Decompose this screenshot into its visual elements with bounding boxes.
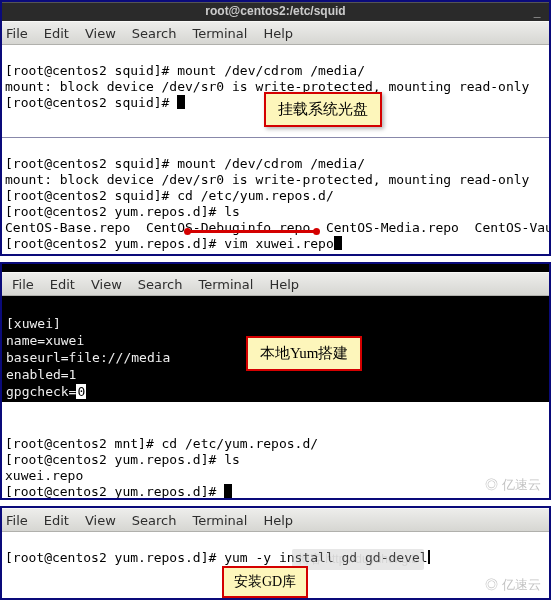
term-line: [root@centos2 squid]# mount /dev/cdrom /… <box>5 63 365 78</box>
terminal-output-2[interactable]: [root@centos2 squid]# mount /dev/cdrom /… <box>2 137 549 254</box>
minimize-icon[interactable]: _ <box>531 4 543 16</box>
menu-edit[interactable]: Edit <box>50 277 75 292</box>
menu-help[interactable]: Help <box>269 277 299 292</box>
url-watermark: 博客 http://duyuheng.b <box>292 549 424 570</box>
term-line: [root@centos2 squid]# cd /etc/yum.repos.… <box>5 188 334 203</box>
menu-terminal[interactable]: Terminal <box>192 513 247 528</box>
callout-install-gd: 安装GD库 <box>222 566 308 598</box>
menubar-2: File Edit View Search Terminal Help <box>2 272 549 296</box>
menu-view[interactable]: View <box>85 26 116 41</box>
menu-terminal[interactable]: Terminal <box>192 26 247 41</box>
terminal-output-3[interactable]: [root@centos2 mnt]# cd /etc/yum.repos.d/… <box>2 402 549 498</box>
term-line: name=xuwei <box>6 333 84 348</box>
cursor-char: 0 <box>76 384 86 399</box>
menu-file[interactable]: File <box>6 26 28 41</box>
term-line: [root@centos2 squid]# <box>5 95 177 110</box>
menu-help[interactable]: Help <box>263 513 293 528</box>
term-line: gpgcheck= <box>6 384 76 399</box>
menubar: File Edit View Search Terminal Help <box>2 21 549 45</box>
annotation-line <box>187 230 317 233</box>
menu-search[interactable]: Search <box>138 277 183 292</box>
cursor-icon <box>224 484 232 498</box>
screenshot-section-1: root@centos2:/etc/squid _ File Edit View… <box>0 0 551 256</box>
cursor-icon <box>334 236 342 250</box>
window-title: root@centos2:/etc/squid <box>205 4 345 18</box>
window-titlebar: root@centos2:/etc/squid _ <box>2 2 549 21</box>
callout-local-yum: 本地Yum搭建 <box>246 336 362 371</box>
menu-edit[interactable]: Edit <box>44 513 69 528</box>
menu-file[interactable]: File <box>12 277 34 292</box>
cursor-icon <box>428 550 430 564</box>
term-line: xuwei.repo <box>5 468 83 483</box>
term-line: [root@centos2 yum.repos.d]# <box>5 484 224 498</box>
menubar-3: File Edit View Search Terminal Help <box>2 508 549 532</box>
term-line: [root@centos2 yum.repos.d]# ls <box>5 204 240 219</box>
term-line: [xuwei] <box>6 316 61 331</box>
term-line: [root@centos2 yum.repos.d]# vim xuwei.re… <box>5 236 334 251</box>
term-line: mount: block device /dev/sr0 is write-pr… <box>5 172 529 187</box>
cursor-icon <box>177 95 185 109</box>
term-line: [root@centos2 mnt]# cd /etc/yum.repos.d/ <box>5 436 318 451</box>
menu-help[interactable]: Help <box>263 26 293 41</box>
menu-search[interactable]: Search <box>132 26 177 41</box>
term-line: [root@centos2 squid]# mount /dev/cdrom /… <box>5 156 365 171</box>
logo-watermark: ◎ 亿速云 <box>485 476 541 494</box>
menu-view[interactable]: View <box>91 277 122 292</box>
menu-terminal[interactable]: Terminal <box>198 277 253 292</box>
menu-file[interactable]: File <box>6 513 28 528</box>
term-line: baseurl=file:///media <box>6 350 170 365</box>
term-line: [root@centos2 yum.repos.d]# ls <box>5 452 240 467</box>
callout-mount-disk: 挂载系统光盘 <box>264 92 382 127</box>
term-line: enabled=1 <box>6 367 76 382</box>
vim-tilde: ~ <box>6 401 14 402</box>
menu-edit[interactable]: Edit <box>44 26 69 41</box>
menu-view[interactable]: View <box>85 513 116 528</box>
menu-search[interactable]: Search <box>132 513 177 528</box>
logo-watermark: ◎ 亿速云 <box>485 576 541 594</box>
